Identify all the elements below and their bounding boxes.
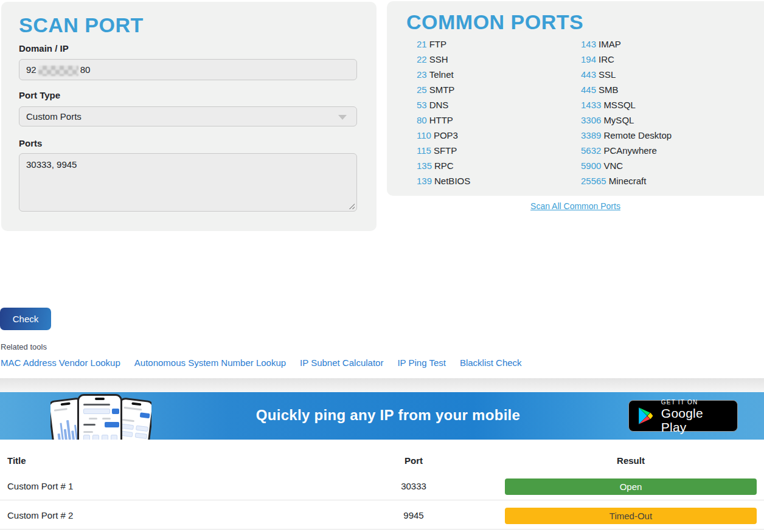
port-name: MySQL xyxy=(603,115,634,125)
port-scanner-page: SCAN PORT Domain / IP 9280 Port Type Cus… xyxy=(0,0,764,532)
domain-ip-redacted-blur xyxy=(38,66,78,76)
common-port-item: 110POP3 xyxy=(417,128,470,143)
related-tool-link[interactable]: Blacklist Check xyxy=(460,358,522,368)
port-name: SSH xyxy=(429,54,448,64)
ports-label: Ports xyxy=(19,138,42,148)
port-number: 80 xyxy=(417,115,427,125)
results-header-title: Title xyxy=(7,455,26,466)
port-name: POP3 xyxy=(434,130,458,140)
port-number: 25565 xyxy=(581,176,606,186)
check-button[interactable]: Check xyxy=(0,308,51,330)
common-port-item: 25565Minecraft xyxy=(581,173,672,188)
scan-all-common-ports-link[interactable]: Scan All Common Ports xyxy=(387,201,764,211)
common-port-item: 3389Remote Desktop xyxy=(581,128,672,143)
phone-mockup-center xyxy=(77,394,122,440)
port-name: IMAP xyxy=(599,39,621,49)
result-status-badge-timed-out: Timed-Out xyxy=(505,508,757,524)
related-tool-link[interactable]: Autonomous System Number Lookup xyxy=(134,358,286,368)
phone-deco xyxy=(136,426,148,432)
port-name: Telnet xyxy=(429,69,454,80)
phone-notch xyxy=(131,402,141,406)
google-play-wordmark: Google Play xyxy=(661,406,729,434)
port-number: 22 xyxy=(417,54,427,64)
port-type-selected-value: Custom Ports xyxy=(26,111,82,122)
port-number: 110 xyxy=(417,130,431,140)
port-name: Minecraft xyxy=(609,176,647,186)
related-tool-link[interactable]: IP Ping Test xyxy=(397,358,446,368)
result-status-badge-open: Open xyxy=(505,478,757,495)
common-port-item: 1433MSSQL xyxy=(581,97,672,112)
chevron-down-icon xyxy=(338,115,347,120)
common-port-item: 23Telnet xyxy=(417,67,470,82)
ports-textarea[interactable]: 30333, 9945 xyxy=(19,153,357,212)
phone-notch xyxy=(95,398,105,400)
port-type-label: Port Type xyxy=(19,90,60,100)
common-port-item: 21FTP xyxy=(417,36,470,52)
port-number: 115 xyxy=(417,145,431,156)
common-port-item: 194IRC xyxy=(581,52,672,67)
row-divider xyxy=(0,529,764,530)
port-name: FTP xyxy=(429,39,446,49)
port-name: SFTP xyxy=(434,145,457,156)
phone-deco xyxy=(102,435,108,440)
port-number: 443 xyxy=(581,69,596,80)
common-port-item: 443SSL xyxy=(581,67,672,82)
common-port-item: 115SFTP xyxy=(417,143,470,158)
result-title-cell: Custom Port # 2 xyxy=(7,510,73,520)
port-name: MSSQL xyxy=(603,100,636,110)
common-port-item: 5900VNC xyxy=(581,158,672,173)
common-port-item: 139NetBIOS xyxy=(417,173,470,188)
phone-deco xyxy=(121,424,134,430)
common-port-item: 143IMAP xyxy=(581,36,672,52)
port-number: 5632 xyxy=(581,145,601,156)
results-header-result: Result xyxy=(505,455,757,466)
phone-deco xyxy=(83,431,93,433)
common-port-item: 22SSH xyxy=(417,52,470,67)
port-number: 143 xyxy=(581,39,596,49)
port-number: 1433 xyxy=(581,100,601,110)
port-type-select[interactable]: Custom Ports xyxy=(19,106,357,126)
port-number: 139 xyxy=(417,176,432,186)
common-ports-column-1: 21FTP 22SSH 23Telnet 25SMTP 53DNS xyxy=(417,36,470,188)
common-port-item: 80HTTP xyxy=(417,112,470,128)
google-play-get-it-on: GET IT ON xyxy=(661,398,729,406)
port-number: 23 xyxy=(417,69,427,80)
common-port-item: 3306MySQL xyxy=(581,112,672,128)
domain-ip-value-prefix: 92 xyxy=(26,64,36,75)
phone-deco xyxy=(102,418,111,420)
port-name: RPC xyxy=(434,161,454,171)
phone-deco xyxy=(89,418,97,420)
common-port-item: 5632PCAnywhere xyxy=(581,143,672,158)
resize-handle-icon[interactable] xyxy=(348,202,355,209)
common-ports-column-2: 143IMAP 194IRC 443SSL 445SMB 1433MSSQL xyxy=(581,36,672,188)
phone-notch xyxy=(60,402,70,406)
phone-deco xyxy=(120,439,141,440)
related-tools-heading: Related tools xyxy=(1,342,47,351)
port-name: Remote Desktop xyxy=(603,130,672,140)
scan-port-panel: SCAN PORT Domain / IP 9280 Port Type Cus… xyxy=(1,2,377,231)
scan-port-title: SCAN PORT xyxy=(19,13,144,37)
port-number: 445 xyxy=(581,85,596,95)
port-number: 5900 xyxy=(581,161,601,171)
port-number: 3306 xyxy=(581,115,601,125)
common-ports-panel: COMMON PORTS 21FTP 22SSH 23Telnet 25SMTP xyxy=(387,1,764,196)
common-port-item: 53DNS xyxy=(417,97,470,112)
phone-deco xyxy=(112,409,119,414)
related-tool-link[interactable]: IP Subnet Calculator xyxy=(300,358,383,368)
google-play-badge[interactable]: GET IT ON Google Play xyxy=(628,400,738,432)
port-name: HTTP xyxy=(429,115,453,125)
common-port-item: 135RPC xyxy=(417,158,470,173)
port-number: 53 xyxy=(417,100,427,110)
google-play-icon xyxy=(637,406,655,426)
port-number: 194 xyxy=(581,54,596,64)
port-number: 135 xyxy=(417,161,432,171)
port-name: PCAnywhere xyxy=(603,145,657,156)
related-tool-link[interactable]: MAC Address Vendor Lookup xyxy=(1,358,120,368)
port-name: SMB xyxy=(599,85,619,95)
phone-deco xyxy=(83,435,90,440)
domain-ip-input[interactable]: 9280 xyxy=(19,59,357,80)
phone-deco xyxy=(83,424,96,426)
port-name: VNC xyxy=(603,161,623,171)
domain-ip-value-suffix: 80 xyxy=(80,64,91,75)
port-name: DNS xyxy=(429,100,449,110)
